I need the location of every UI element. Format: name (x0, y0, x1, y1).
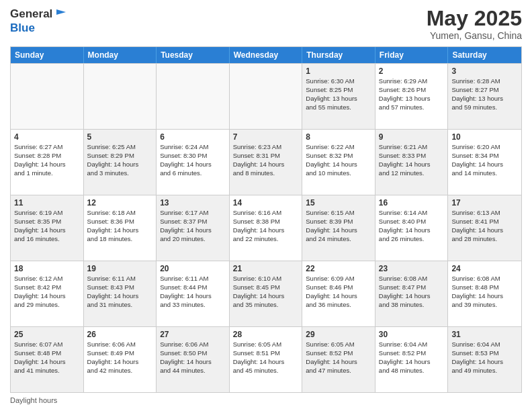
day-number: 27 (160, 330, 226, 339)
day-number: 6 (160, 132, 226, 142)
day-number: 31 (451, 330, 518, 339)
cell-text: Sunrise: 6:16 AM Sunset: 8:38 PM Dayligh… (233, 209, 299, 243)
calendar-body: 1Sunrise: 6:30 AM Sunset: 8:25 PM Daylig… (11, 63, 521, 392)
day-number: 25 (14, 330, 80, 339)
table-row: 11Sunrise: 6:19 AM Sunset: 8:35 PM Dayli… (11, 195, 84, 261)
calendar-row: 1Sunrise: 6:30 AM Sunset: 8:25 PM Daylig… (11, 63, 521, 129)
cell-text: Sunrise: 6:25 AM Sunset: 8:29 PM Dayligh… (87, 143, 153, 177)
cell-text: Sunrise: 6:04 AM Sunset: 8:52 PM Dayligh… (379, 340, 445, 375)
cell-text: Sunrise: 6:08 AM Sunset: 8:48 PM Dayligh… (451, 275, 518, 309)
header: General Blue May 2025 Yumen, Gansu, Chin… (10, 7, 522, 41)
cell-text: Sunrise: 6:18 AM Sunset: 8:36 PM Dayligh… (87, 209, 153, 243)
table-row: 7Sunrise: 6:23 AM Sunset: 8:31 PM Daylig… (230, 130, 303, 195)
table-row (230, 64, 303, 129)
day-number: 30 (379, 330, 445, 339)
logo-blue-text: Blue (10, 21, 35, 34)
cell-text: Sunrise: 6:29 AM Sunset: 8:26 PM Dayligh… (379, 77, 445, 111)
table-row: 12Sunrise: 6:18 AM Sunset: 8:36 PM Dayli… (84, 195, 157, 261)
cell-text: Sunrise: 6:30 AM Sunset: 8:25 PM Dayligh… (306, 77, 371, 111)
calendar-row: 11Sunrise: 6:19 AM Sunset: 8:35 PM Dayli… (11, 195, 521, 261)
table-row: 30Sunrise: 6:04 AM Sunset: 8:52 PM Dayli… (375, 327, 449, 392)
footer-text: Daylight hours (10, 396, 57, 404)
cell-text: Sunrise: 6:23 AM Sunset: 8:31 PM Dayligh… (233, 143, 299, 177)
table-row: 15Sunrise: 6:15 AM Sunset: 8:39 PM Dayli… (302, 195, 375, 261)
cell-text: Sunrise: 6:13 AM Sunset: 8:41 PM Dayligh… (451, 209, 518, 243)
table-row: 17Sunrise: 6:13 AM Sunset: 8:41 PM Dayli… (448, 195, 521, 261)
table-row: 9Sunrise: 6:21 AM Sunset: 8:33 PM Daylig… (375, 130, 449, 195)
day-number: 28 (233, 330, 299, 339)
table-row: 6Sunrise: 6:24 AM Sunset: 8:30 PM Daylig… (157, 130, 230, 195)
calendar-header-row: SundayMondayTuesdayWednesdayThursdayFrid… (11, 47, 521, 63)
calendar-row: 4Sunrise: 6:27 AM Sunset: 8:28 PM Daylig… (11, 129, 521, 195)
calendar-header-cell: Monday (84, 47, 157, 63)
cell-text: Sunrise: 6:11 AM Sunset: 8:43 PM Dayligh… (87, 275, 153, 309)
table-row: 29Sunrise: 6:05 AM Sunset: 8:52 PM Dayli… (302, 327, 375, 392)
table-row: 18Sunrise: 6:12 AM Sunset: 8:42 PM Dayli… (11, 261, 84, 326)
calendar-subtitle: Yumen, Gansu, China (427, 30, 522, 41)
table-row: 26Sunrise: 6:06 AM Sunset: 8:49 PM Dayli… (84, 327, 157, 392)
table-row: 20Sunrise: 6:11 AM Sunset: 8:44 PM Dayli… (157, 261, 230, 326)
table-row: 3Sunrise: 6:28 AM Sunset: 8:27 PM Daylig… (448, 64, 521, 129)
calendar-title: May 2025 (427, 7, 522, 30)
cell-text: Sunrise: 6:22 AM Sunset: 8:32 PM Dayligh… (306, 143, 371, 177)
cell-text: Sunrise: 6:04 AM Sunset: 8:53 PM Dayligh… (451, 340, 518, 375)
table-row: 16Sunrise: 6:14 AM Sunset: 8:40 PM Dayli… (375, 195, 449, 261)
logo-flag-icon (54, 7, 69, 21)
table-row: 5Sunrise: 6:25 AM Sunset: 8:29 PM Daylig… (84, 130, 157, 195)
day-number: 13 (160, 198, 226, 208)
calendar-header-cell: Tuesday (157, 47, 230, 63)
table-row: 14Sunrise: 6:16 AM Sunset: 8:38 PM Dayli… (230, 195, 303, 261)
day-number: 26 (87, 330, 153, 339)
svg-marker-0 (56, 9, 66, 15)
day-number: 24 (451, 264, 518, 273)
cell-text: Sunrise: 6:09 AM Sunset: 8:46 PM Dayligh… (306, 275, 371, 309)
day-number: 10 (451, 132, 518, 142)
day-number: 11 (14, 198, 80, 208)
table-row: 8Sunrise: 6:22 AM Sunset: 8:32 PM Daylig… (302, 130, 375, 195)
calendar-header-cell: Saturday (448, 47, 521, 63)
day-number: 16 (379, 198, 445, 208)
table-row: 2Sunrise: 6:29 AM Sunset: 8:26 PM Daylig… (375, 64, 449, 129)
logo-general-text: General (10, 7, 52, 21)
title-block: May 2025 Yumen, Gansu, China (427, 7, 522, 41)
table-row: 22Sunrise: 6:09 AM Sunset: 8:46 PM Dayli… (302, 261, 375, 326)
day-number: 2 (379, 66, 445, 76)
day-number: 20 (160, 264, 226, 273)
table-row: 24Sunrise: 6:08 AM Sunset: 8:48 PM Dayli… (448, 261, 521, 326)
table-row (11, 64, 84, 129)
table-row: 28Sunrise: 6:05 AM Sunset: 8:51 PM Dayli… (230, 327, 303, 392)
day-number: 7 (233, 132, 299, 142)
table-row: 10Sunrise: 6:20 AM Sunset: 8:34 PM Dayli… (448, 130, 521, 195)
day-number: 12 (87, 198, 153, 208)
cell-text: Sunrise: 6:17 AM Sunset: 8:37 PM Dayligh… (160, 209, 226, 243)
day-number: 14 (233, 198, 299, 208)
calendar-row: 25Sunrise: 6:07 AM Sunset: 8:48 PM Dayli… (11, 326, 521, 392)
cell-text: Sunrise: 6:21 AM Sunset: 8:33 PM Dayligh… (379, 143, 445, 177)
footer: Daylight hours (10, 396, 522, 404)
day-number: 19 (87, 264, 153, 273)
table-row: 1Sunrise: 6:30 AM Sunset: 8:25 PM Daylig… (302, 64, 375, 129)
day-number: 23 (379, 264, 445, 273)
calendar-row: 18Sunrise: 6:12 AM Sunset: 8:42 PM Dayli… (11, 261, 521, 326)
cell-text: Sunrise: 6:24 AM Sunset: 8:30 PM Dayligh… (160, 143, 226, 177)
calendar-header-cell: Thursday (302, 47, 375, 63)
calendar-header-cell: Friday (375, 47, 449, 63)
table-row: 13Sunrise: 6:17 AM Sunset: 8:37 PM Dayli… (157, 195, 230, 261)
cell-text: Sunrise: 6:05 AM Sunset: 8:51 PM Dayligh… (233, 340, 299, 375)
cell-text: Sunrise: 6:15 AM Sunset: 8:39 PM Dayligh… (306, 209, 371, 243)
cell-text: Sunrise: 6:10 AM Sunset: 8:45 PM Dayligh… (233, 275, 299, 309)
table-row: 4Sunrise: 6:27 AM Sunset: 8:28 PM Daylig… (11, 130, 84, 195)
cell-text: Sunrise: 6:14 AM Sunset: 8:40 PM Dayligh… (379, 209, 445, 243)
cell-text: Sunrise: 6:19 AM Sunset: 8:35 PM Dayligh… (14, 209, 80, 243)
cell-text: Sunrise: 6:27 AM Sunset: 8:28 PM Dayligh… (14, 143, 80, 177)
cell-text: Sunrise: 6:07 AM Sunset: 8:48 PM Dayligh… (14, 340, 80, 375)
day-number: 8 (306, 132, 371, 142)
day-number: 21 (233, 264, 299, 273)
calendar-header-cell: Sunday (11, 47, 84, 63)
cell-text: Sunrise: 6:06 AM Sunset: 8:50 PM Dayligh… (160, 340, 226, 375)
day-number: 3 (451, 66, 518, 76)
cell-text: Sunrise: 6:08 AM Sunset: 8:47 PM Dayligh… (379, 275, 445, 309)
table-row: 25Sunrise: 6:07 AM Sunset: 8:48 PM Dayli… (11, 327, 84, 392)
day-number: 5 (87, 132, 153, 142)
day-number: 18 (14, 264, 80, 273)
